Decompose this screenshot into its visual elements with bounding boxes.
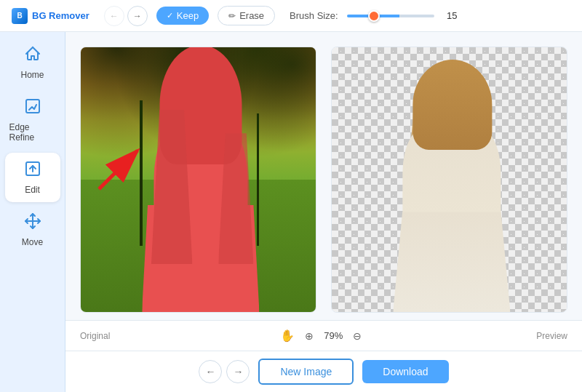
action-bar: ← → New Image Download: [65, 351, 582, 392]
zoom-value: 79%: [324, 330, 343, 341]
download-button[interactable]: Download: [362, 360, 448, 383]
erase-label: Erase: [239, 10, 264, 21]
edit-label: Edit: [25, 185, 40, 195]
move-icon: [24, 212, 41, 234]
check-icon: ✓: [167, 11, 173, 20]
edge-refine-icon: [24, 97, 41, 119]
keep-tool-button[interactable]: ✓ Keep: [156, 7, 209, 25]
bottom-bar: Original ✋ ⊕ 79% ⊖ Preview: [65, 320, 582, 351]
undo-button[interactable]: ←: [104, 6, 124, 26]
zoom-in-button[interactable]: ⊕: [300, 327, 318, 345]
logo-area: B BG Remover: [12, 8, 89, 24]
sidebar-item-edge-refine[interactable]: Edge Refine: [5, 90, 60, 150]
hand-tool-icon[interactable]: ✋: [280, 329, 295, 343]
preview-image-container: [331, 47, 567, 313]
home-label: Home: [20, 70, 44, 80]
prev-page-button[interactable]: ←: [199, 360, 222, 383]
nav-arrows: ← →: [104, 6, 148, 26]
brush-size-value: 15: [440, 10, 458, 21]
move-label: Move: [22, 237, 43, 247]
svg-rect-0: [26, 100, 39, 113]
keep-label: Keep: [177, 10, 199, 21]
sidebar: Home Edge Refine: [0, 32, 65, 392]
sidebar-item-home[interactable]: Home: [5, 38, 60, 87]
edit-icon: [24, 160, 41, 182]
redo-button[interactable]: →: [127, 6, 148, 26]
eraser-icon: ✏: [228, 11, 236, 21]
erase-tool-button[interactable]: ✏ Erase: [218, 6, 275, 25]
sidebar-item-move[interactable]: Move: [5, 205, 60, 255]
brush-size-label: Brush Size:: [290, 10, 338, 21]
app-logo-text: BG Remover: [32, 10, 89, 21]
app-container: B BG Remover ← → ✓ Keep ✏ Erase Brush Si…: [0, 0, 582, 392]
brush-slider-container: 15: [347, 10, 458, 21]
images-panel: [65, 32, 582, 320]
toolbar: B BG Remover ← → ✓ Keep ✏ Erase Brush Si…: [0, 0, 582, 32]
home-icon: [24, 45, 41, 67]
content-area: Original ✋ ⊕ 79% ⊖ Preview ← → New Image…: [65, 32, 582, 392]
page-navigation: ← →: [199, 360, 250, 383]
main-area: Home Edge Refine: [0, 32, 582, 392]
edge-refine-label: Edge Refine: [9, 122, 56, 143]
preview-label: Preview: [536, 331, 567, 341]
app-logo-icon: B: [12, 8, 28, 24]
original-label: Original: [80, 331, 110, 341]
sidebar-item-edit[interactable]: Edit: [5, 153, 60, 202]
original-image-container: [80, 47, 316, 313]
brush-size-slider[interactable]: [347, 15, 434, 17]
zoom-controls: ✋ ⊕ 79% ⊖: [110, 327, 536, 345]
next-page-button[interactable]: →: [226, 360, 250, 383]
zoom-out-button[interactable]: ⊖: [348, 327, 366, 345]
new-image-button[interactable]: New Image: [258, 359, 354, 385]
